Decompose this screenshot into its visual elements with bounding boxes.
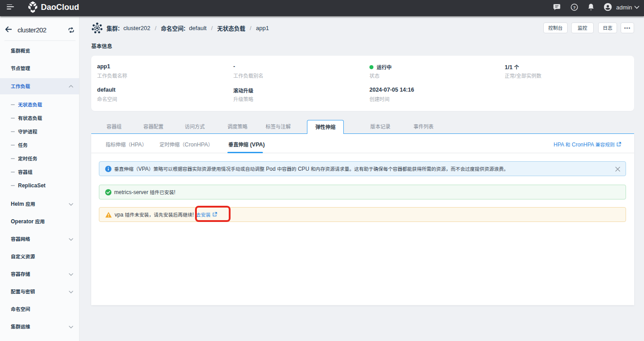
svg-text:?: ? [573, 5, 576, 10]
